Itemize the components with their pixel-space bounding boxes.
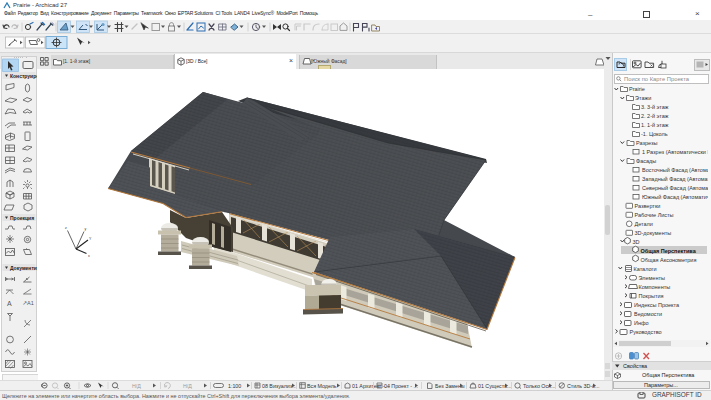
svg-text:x: x <box>88 254 90 258</box>
svg-text:z: z <box>65 226 67 230</box>
svg-text:Y: Y <box>89 237 92 241</box>
svg-text:y: y <box>85 227 87 231</box>
